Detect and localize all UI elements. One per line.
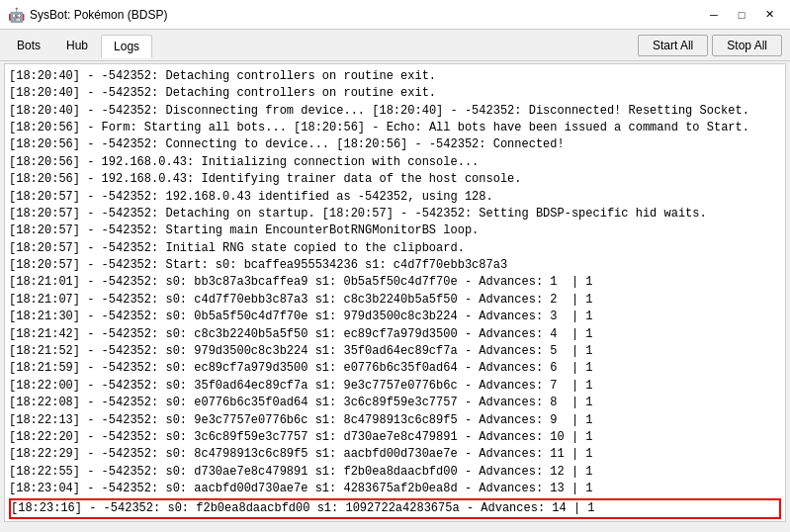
- log-line: [18:20:57] - -542352: Setting BDSP-speci…: [322, 207, 707, 221]
- start-all-button[interactable]: Start All: [638, 35, 708, 56]
- log-line: [18:23:04] - -542352: s0: aacbfd00d730ae…: [9, 482, 593, 495]
- log-line: [18:22:20] - -542352: s0: 3c6c89f59e3c77…: [9, 430, 593, 444]
- log-line: [18:21:01] - -542352: s0: bb3c87a3bcaffe…: [9, 275, 593, 289]
- minimize-button[interactable]: ─: [701, 5, 727, 25]
- log-line: [18:20:40] - -542352: Disconnected! Rese…: [372, 104, 749, 118]
- log-line: [18:22:55] - -542352: s0: d730ae7e8c4798…: [9, 465, 593, 479]
- log-line: [18:20:57] - -542352: Starting main Enco…: [9, 223, 479, 237]
- log-container[interactable]: [18:20:39] - -542352: The operation was …: [4, 63, 786, 522]
- tab-bots[interactable]: Bots: [4, 34, 53, 57]
- log-line: [18:22:13] - -542352: s0: 9e3c7757e0776b…: [9, 413, 593, 427]
- log-line: [18:20:56] - Form: Starting all bots...: [9, 121, 287, 134]
- app-title: SysBot: Pokémon (BDSP): [30, 8, 167, 22]
- log-line: [18:20:56] - -542352: Connected!: [336, 137, 564, 151]
- log-line: [18:23:16] - -542352: s0: f2b0ea8daacbfd…: [9, 498, 781, 519]
- log-line: [18:20:40] - -542352: Detaching controll…: [9, 69, 436, 83]
- tab-hub[interactable]: Hub: [53, 34, 101, 57]
- log-line: [18:21:07] - -542352: s0: c4d7f70ebb3c87…: [9, 293, 593, 307]
- log-line: [18:20:56] - -542352: Connecting to devi…: [9, 137, 329, 151]
- close-button[interactable]: ✕: [756, 5, 782, 25]
- log-line: [18:20:57] - -542352: 192.168.0.43 ident…: [9, 190, 493, 204]
- log-line: [18:21:30] - -542352: s0: 0b5a5f50c4d7f7…: [9, 310, 593, 323]
- log-line: [18:20:57] - -542352: Start: s0: bcaffea…: [9, 258, 507, 272]
- tab-bar: Bots Hub Logs: [4, 34, 152, 57]
- stop-all-button[interactable]: Stop All: [712, 35, 782, 56]
- log-line: [18:20:39] - -542352: Ending EncounterBo…: [9, 63, 429, 65]
- log-line: [18:20:56] - Echo: All bots have been is…: [294, 121, 749, 134]
- log-line: [18:20:56] - 192.168.0.43: Initializing …: [9, 155, 479, 169]
- log-line: [18:22:29] - -542352: s0: 8c4798913c6c89…: [9, 447, 593, 461]
- app-icon: 🤖: [8, 7, 24, 23]
- log-line: [18:21:42] - -542352: s0: c8c3b2240b5a5f…: [9, 327, 593, 341]
- log-line: [18:20:56] - 192.168.0.43: Identifying t…: [9, 172, 521, 186]
- tab-logs[interactable]: Logs: [101, 35, 152, 58]
- log-line: [18:21:59] - -542352: s0: ec89cf7a979d35…: [9, 361, 593, 375]
- log-line: [18:21:52] - -542352: s0: 979d3500c8c3b2…: [9, 344, 593, 358]
- title-bar: 🤖 SysBot: Pokémon (BDSP) ─ □ ✕: [0, 0, 790, 30]
- log-line: [18:20:40] - -542352: Disconnecting from…: [9, 104, 365, 118]
- menu-bar: Bots Hub Logs Start All Stop All: [0, 30, 790, 61]
- log-line: [18:20:57] - -542352: Initial RNG state …: [9, 241, 465, 255]
- maximize-button[interactable]: □: [729, 5, 754, 25]
- log-line: [18:20:57] - -542352: Detaching on start…: [9, 207, 315, 221]
- log-line: [18:20:40] - -542352: Detaching controll…: [9, 86, 436, 100]
- log-line: [18:22:00] - -542352: s0: 35f0ad64ec89cf…: [9, 379, 593, 393]
- log-line: [18:22:08] - -542352: s0: e0776b6c35f0ad…: [9, 396, 593, 409]
